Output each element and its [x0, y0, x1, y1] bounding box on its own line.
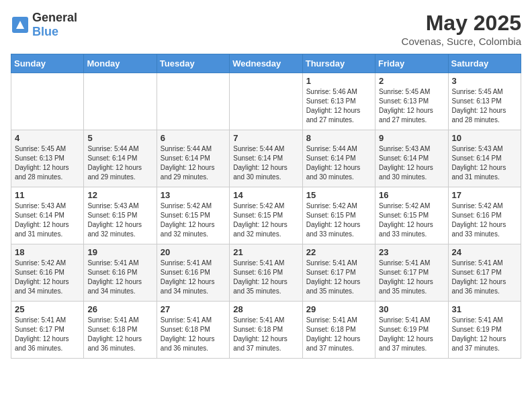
logo-general-text: General: [32, 11, 77, 24]
day-detail: Sunrise: 5:41 AM Sunset: 6:16 PM Dayligh…: [87, 259, 152, 296]
day-number: 13: [161, 190, 226, 200]
day-detail: Sunrise: 5:41 AM Sunset: 6:16 PM Dayligh…: [233, 259, 298, 296]
day-detail: Sunrise: 5:41 AM Sunset: 6:18 PM Dayligh…: [233, 316, 298, 353]
calendar-cell: 29Sunrise: 5:41 AM Sunset: 6:18 PM Dayli…: [302, 302, 375, 359]
day-number: 21: [233, 247, 298, 257]
day-number: 10: [452, 133, 517, 143]
calendar-cell: 7Sunrise: 5:44 AM Sunset: 6:14 PM Daylig…: [230, 130, 302, 187]
day-number: 15: [306, 190, 371, 200]
calendar-cell: 18Sunrise: 5:42 AM Sunset: 6:16 PM Dayli…: [11, 244, 84, 302]
day-number: 25: [15, 304, 80, 314]
day-header-sunday: Sunday: [11, 54, 84, 73]
day-header-wednesday: Wednesday: [230, 54, 302, 73]
calendar-table: SundayMondayTuesdayWednesdayThursdayFrid…: [11, 54, 521, 359]
day-number: 23: [379, 247, 444, 257]
day-detail: Sunrise: 5:44 AM Sunset: 6:14 PM Dayligh…: [87, 144, 152, 182]
calendar-cell: 30Sunrise: 5:41 AM Sunset: 6:19 PM Dayli…: [375, 302, 448, 359]
calendar-cell: 28Sunrise: 5:41 AM Sunset: 6:18 PM Dayli…: [230, 302, 302, 359]
day-detail: Sunrise: 5:46 AM Sunset: 6:13 PM Dayligh…: [306, 87, 371, 125]
calendar-cell: 3Sunrise: 5:45 AM Sunset: 6:13 PM Daylig…: [448, 73, 521, 130]
calendar-cell: 4Sunrise: 5:45 AM Sunset: 6:13 PM Daylig…: [11, 130, 84, 187]
day-detail: Sunrise: 5:41 AM Sunset: 6:18 PM Dayligh…: [87, 316, 152, 353]
day-detail: Sunrise: 5:43 AM Sunset: 6:14 PM Dayligh…: [379, 144, 444, 182]
day-number: 26: [87, 304, 152, 314]
day-number: 3: [452, 76, 517, 86]
day-detail: Sunrise: 5:41 AM Sunset: 6:17 PM Dayligh…: [306, 259, 371, 296]
calendar-cell: 24Sunrise: 5:41 AM Sunset: 6:17 PM Dayli…: [448, 244, 521, 302]
day-detail: Sunrise: 5:41 AM Sunset: 6:18 PM Dayligh…: [161, 316, 226, 353]
day-number: 30: [379, 304, 444, 314]
day-number: 12: [87, 190, 152, 200]
calendar-cell: 6Sunrise: 5:44 AM Sunset: 6:14 PM Daylig…: [157, 130, 229, 187]
calendar-cell: 9Sunrise: 5:43 AM Sunset: 6:14 PM Daylig…: [375, 130, 448, 187]
day-number: 5: [87, 133, 152, 143]
calendar-cell: 27Sunrise: 5:41 AM Sunset: 6:18 PM Dayli…: [157, 302, 229, 359]
day-detail: Sunrise: 5:44 AM Sunset: 6:14 PM Dayligh…: [233, 144, 298, 182]
day-number: 6: [161, 133, 226, 143]
calendar-cell: 31Sunrise: 5:41 AM Sunset: 6:19 PM Dayli…: [448, 302, 521, 359]
calendar-cell: 26Sunrise: 5:41 AM Sunset: 6:18 PM Dayli…: [84, 302, 157, 359]
day-number: 9: [379, 133, 444, 143]
calendar-cell: 22Sunrise: 5:41 AM Sunset: 6:17 PM Dayli…: [302, 244, 375, 302]
day-number: 28: [233, 304, 298, 314]
page-header: General Blue May 2025 Covenas, Sucre, Co…: [11, 11, 521, 47]
day-number: 19: [87, 247, 152, 257]
calendar-cell: 10Sunrise: 5:43 AM Sunset: 6:14 PM Dayli…: [448, 130, 521, 187]
day-detail: Sunrise: 5:45 AM Sunset: 6:13 PM Dayligh…: [379, 87, 444, 125]
day-header-thursday: Thursday: [302, 54, 375, 73]
month-year-title: May 2025: [402, 11, 521, 36]
day-detail: Sunrise: 5:41 AM Sunset: 6:16 PM Dayligh…: [161, 259, 226, 296]
day-detail: Sunrise: 5:42 AM Sunset: 6:16 PM Dayligh…: [15, 259, 80, 296]
day-number: 2: [379, 76, 444, 86]
day-detail: Sunrise: 5:44 AM Sunset: 6:14 PM Dayligh…: [161, 144, 226, 182]
logo-icon: [11, 15, 30, 34]
calendar-cell: [84, 73, 157, 130]
logo: General Blue: [11, 11, 77, 39]
day-number: 1: [306, 76, 371, 86]
calendar-cell: 8Sunrise: 5:44 AM Sunset: 6:14 PM Daylig…: [302, 130, 375, 187]
calendar-cell: 25Sunrise: 5:41 AM Sunset: 6:17 PM Dayli…: [11, 302, 84, 359]
day-detail: Sunrise: 5:41 AM Sunset: 6:18 PM Dayligh…: [306, 316, 371, 353]
day-detail: Sunrise: 5:43 AM Sunset: 6:14 PM Dayligh…: [452, 144, 517, 182]
day-detail: Sunrise: 5:45 AM Sunset: 6:13 PM Dayligh…: [452, 87, 517, 125]
day-number: 22: [306, 247, 371, 257]
day-detail: Sunrise: 5:43 AM Sunset: 6:15 PM Dayligh…: [87, 201, 152, 239]
day-number: 14: [233, 190, 298, 200]
calendar-cell: 15Sunrise: 5:42 AM Sunset: 6:15 PM Dayli…: [302, 187, 375, 244]
day-number: 4: [15, 133, 80, 143]
calendar-cell: 13Sunrise: 5:42 AM Sunset: 6:15 PM Dayli…: [157, 187, 229, 244]
day-detail: Sunrise: 5:42 AM Sunset: 6:15 PM Dayligh…: [233, 201, 298, 239]
calendar-week-2: 4Sunrise: 5:45 AM Sunset: 6:13 PM Daylig…: [11, 130, 521, 187]
calendar-cell: 19Sunrise: 5:41 AM Sunset: 6:16 PM Dayli…: [84, 244, 157, 302]
calendar-cell: 14Sunrise: 5:42 AM Sunset: 6:15 PM Dayli…: [230, 187, 302, 244]
day-detail: Sunrise: 5:41 AM Sunset: 6:19 PM Dayligh…: [379, 316, 444, 353]
day-detail: Sunrise: 5:41 AM Sunset: 6:17 PM Dayligh…: [452, 259, 517, 296]
day-number: 20: [161, 247, 226, 257]
day-number: 24: [452, 247, 517, 257]
calendar-week-1: 1Sunrise: 5:46 AM Sunset: 6:13 PM Daylig…: [11, 73, 521, 130]
calendar-cell: 16Sunrise: 5:42 AM Sunset: 6:15 PM Dayli…: [375, 187, 448, 244]
day-header-saturday: Saturday: [448, 54, 521, 73]
day-number: 16: [379, 190, 444, 200]
day-header-tuesday: Tuesday: [157, 54, 229, 73]
day-number: 8: [306, 133, 371, 143]
calendar-cell: [157, 73, 229, 130]
location-text: Covenas, Sucre, Colombia: [402, 36, 521, 47]
day-number: 18: [15, 247, 80, 257]
calendar-header-row: SundayMondayTuesdayWednesdayThursdayFrid…: [11, 54, 521, 73]
calendar-cell: 2Sunrise: 5:45 AM Sunset: 6:13 PM Daylig…: [375, 73, 448, 130]
calendar-cell: 21Sunrise: 5:41 AM Sunset: 6:16 PM Dayli…: [230, 244, 302, 302]
calendar-cell: 11Sunrise: 5:43 AM Sunset: 6:14 PM Dayli…: [11, 187, 84, 244]
calendar-cell: 12Sunrise: 5:43 AM Sunset: 6:15 PM Dayli…: [84, 187, 157, 244]
day-detail: Sunrise: 5:43 AM Sunset: 6:14 PM Dayligh…: [15, 201, 80, 239]
day-number: 29: [306, 304, 371, 314]
calendar-cell: 17Sunrise: 5:42 AM Sunset: 6:16 PM Dayli…: [448, 187, 521, 244]
calendar-cell: [11, 73, 84, 130]
calendar-cell: 5Sunrise: 5:44 AM Sunset: 6:14 PM Daylig…: [84, 130, 157, 187]
day-number: 11: [15, 190, 80, 200]
day-detail: Sunrise: 5:44 AM Sunset: 6:14 PM Dayligh…: [306, 144, 371, 182]
calendar-week-4: 18Sunrise: 5:42 AM Sunset: 6:16 PM Dayli…: [11, 244, 521, 302]
day-detail: Sunrise: 5:42 AM Sunset: 6:15 PM Dayligh…: [161, 201, 226, 239]
day-detail: Sunrise: 5:42 AM Sunset: 6:15 PM Dayligh…: [379, 201, 444, 239]
day-number: 31: [452, 304, 517, 314]
